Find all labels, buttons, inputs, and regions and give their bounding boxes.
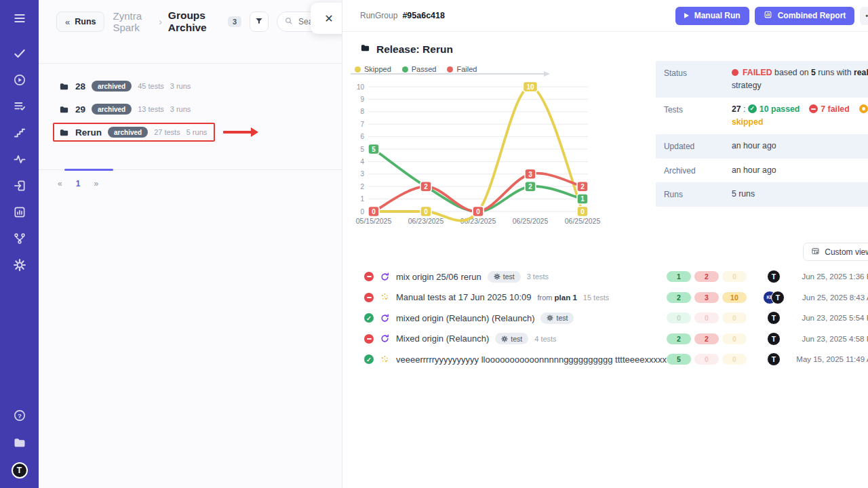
skipped-count-badge: 10 — [722, 292, 747, 303]
group-row-28[interactable]: 28archived45 tests3 runs — [53, 75, 342, 98]
run-row[interactable]: mix origin 25/06 reruntest3 tests120TJun… — [364, 266, 868, 287]
sidebar-item-settings[interactable] — [8, 253, 31, 277]
breadcrumb-project[interactable]: Zyntra Spark — [113, 10, 153, 33]
svg-text:2: 2 — [528, 183, 532, 190]
branches-icon — [13, 232, 26, 245]
passed-status-icon — [364, 313, 374, 323]
manual-run-icon — [380, 292, 390, 302]
info-row-tests: Tests27 : 10 passed7 failed10 skipped — [656, 98, 868, 134]
info-label: Status — [664, 66, 732, 92]
bar-chart-icon — [764, 10, 772, 21]
svg-text:6: 6 — [360, 133, 364, 140]
results-chart: SkippedPassedFailed 01234567891005/15/20… — [347, 61, 618, 233]
breadcrumb-separator: › — [159, 16, 162, 27]
signin-icon — [13, 179, 26, 192]
combined-report-button[interactable]: Combined Report — [755, 7, 855, 25]
svg-text:06/23/2025: 06/23/2025 — [408, 217, 444, 225]
user-avatar[interactable]: T — [12, 462, 28, 479]
custom-view-button[interactable]: Custom view — [803, 243, 868, 261]
archived-badge: archived — [108, 127, 148, 138]
svg-text:2: 2 — [360, 183, 364, 190]
line-chart: 01234567891005/15/202506/23/202506/23/20… — [347, 61, 618, 233]
breadcrumb: Zyntra Spark › Groups Archive 3 — [113, 12, 241, 32]
run-row[interactable]: mixed origin (Relaunch) (Relaunch)test00… — [364, 308, 868, 329]
filter-button[interactable] — [250, 12, 269, 32]
run-result-badges: 220 — [667, 333, 752, 344]
group-row-29[interactable]: 29archived13 tests3 runs — [53, 98, 342, 121]
run-avatars: T — [752, 311, 795, 325]
sidebar-item-signin[interactable] — [8, 174, 31, 197]
sidebar-item-checks[interactable] — [8, 42, 31, 65]
group-runs-count: 3 runs — [170, 82, 191, 90]
menu-button[interactable] — [8, 8, 31, 31]
automated-run-icon — [380, 272, 390, 282]
sidebar-item-run[interactable] — [8, 68, 31, 92]
analytics-icon — [13, 205, 26, 219]
rungroup-type-label: RunGroup — [360, 11, 397, 20]
svg-text:1: 1 — [360, 195, 364, 203]
info-row-status: StatusFAILED based on 5 runs with realis… — [656, 61, 868, 98]
failed-count-badge: 2 — [694, 333, 719, 344]
rungroup-info-table: StatusFAILED based on 5 runs with realis… — [656, 61, 868, 233]
sidebar-item-branches[interactable] — [8, 227, 31, 250]
run-row[interactable]: Manual tests at 17 Jun 2025 10:09from pl… — [364, 287, 868, 308]
failed-count-badge: 3 — [694, 292, 719, 303]
avatar: T — [767, 270, 781, 283]
pagination-prev-button[interactable]: « — [58, 179, 62, 188]
passed-count-badge: 0 — [667, 312, 691, 323]
archived-badge: archived — [92, 104, 132, 115]
sidebar-bottom-nav: ? T — [8, 405, 31, 479]
more-actions-button[interactable]: ••• — [860, 7, 868, 25]
detail-actions: Manual Run Combined Report ••• ✕ — [675, 7, 868, 25]
pagination-page-1[interactable]: 1 — [76, 179, 81, 188]
run-tag: test — [488, 271, 521, 283]
pagination-next-button[interactable]: » — [94, 179, 98, 188]
table-gear-icon — [811, 247, 820, 258]
group-row-rerun[interactable]: Rerunarchived27 tests5 runs — [53, 121, 342, 144]
manual-run-button[interactable]: Manual Run — [675, 7, 749, 25]
group-list: 28archived45 tests3 runs29archived13 tes… — [39, 75, 342, 144]
group-name: Rerun — [75, 127, 102, 138]
skipped-count-badge: 0 — [722, 271, 747, 282]
sidebar-item-steps[interactable] — [8, 121, 31, 144]
svg-text:05/15/2025: 05/15/2025 — [356, 217, 392, 225]
legend-dot-icon — [402, 66, 408, 73]
run-date: May 15, 2025 11:49 AM — [795, 355, 868, 363]
gear-small-icon — [494, 273, 500, 280]
run-row[interactable]: Mixed origin (Relaunch)test4 tests220TJu… — [364, 329, 868, 350]
sidebar-item-suites[interactable] — [8, 95, 31, 118]
detail-content: SkippedPassedFailed 01234567891005/15/20… — [342, 56, 868, 233]
group-tests-count: 45 tests — [138, 82, 164, 90]
run-result-badges: 2310 — [667, 292, 752, 303]
run-date: Jun 25, 2025 1:36 PM — [795, 272, 868, 281]
svg-text:5: 5 — [372, 146, 376, 153]
detail-header: RunGroup #95a6c418 Manual Run Combined R… — [342, 0, 868, 32]
run-title: veeeerrrrryyyyyyyyyy llooooooooooonnnnng… — [396, 354, 667, 365]
help-button[interactable]: ? — [8, 405, 31, 428]
projects-button[interactable] — [8, 432, 31, 455]
svg-text:2: 2 — [580, 183, 585, 190]
run-result-badges: 000 — [667, 312, 752, 323]
skipped-count-badge: 0 — [722, 312, 747, 323]
svg-text:0: 0 — [476, 208, 480, 216]
back-to-runs-button[interactable]: « Runs — [56, 12, 104, 32]
run-tests-count: 4 tests — [534, 335, 556, 343]
run-avatars: T — [752, 270, 795, 283]
run-avatars: T — [752, 352, 795, 366]
folder-icon — [360, 43, 370, 56]
panel-close-button[interactable]: ✕ — [311, 3, 342, 34]
list-toolbar: Custom view — [342, 233, 868, 261]
info-label: Updated — [664, 140, 732, 153]
avatar: T — [767, 311, 781, 325]
legend-item-skipped: Skipped — [355, 65, 391, 73]
legend-arrow — [351, 73, 545, 75]
sidebar-item-activity[interactable] — [8, 148, 31, 171]
groups-panel-header: « Runs Zyntra Spark › Groups Archive 3 — [39, 0, 342, 64]
rungroup-detail-panel: RunGroup #95a6c418 Manual Run Combined R… — [342, 0, 868, 488]
menu-icon — [13, 12, 26, 28]
sidebar-item-analytics[interactable] — [8, 201, 31, 224]
info-value: an hour ago — [732, 164, 868, 178]
run-row[interactable]: veeeerrrrryyyyyyyyyy llooooooooooonnnnng… — [364, 349, 868, 370]
legend-dot-icon — [355, 66, 361, 73]
group-row-content: 28archived45 tests3 runs — [53, 77, 199, 96]
